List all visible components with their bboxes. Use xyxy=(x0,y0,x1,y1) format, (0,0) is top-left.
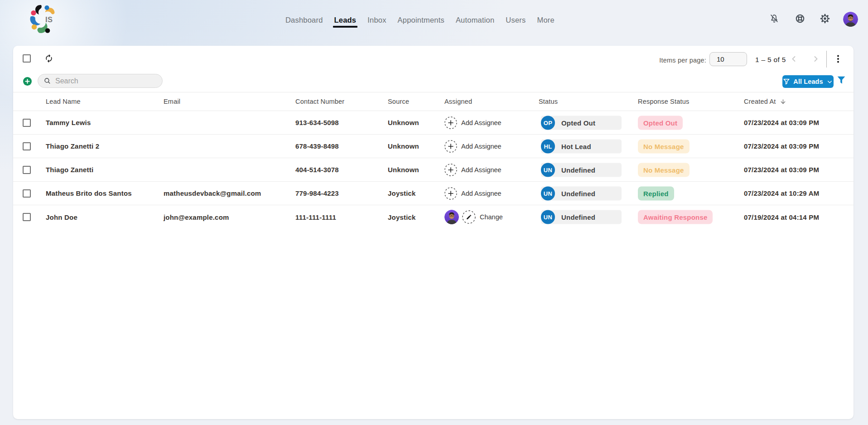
column-header-email[interactable]: Email xyxy=(164,92,180,111)
status-pill[interactable]: UN Undefined xyxy=(541,210,622,224)
created-at-label: Created At xyxy=(744,98,776,105)
funnel-outline-icon xyxy=(783,78,790,85)
nav-item-automation[interactable]: Automation xyxy=(456,16,494,24)
cell-assigned: Add Assignee xyxy=(444,111,502,134)
status-pill[interactable]: UN Undefined xyxy=(541,186,622,200)
status-initials-badge: UN xyxy=(541,186,555,200)
cell-source: Unknown xyxy=(388,135,419,158)
sort-descending-icon[interactable] xyxy=(780,98,786,105)
logo-graphic: IS xyxy=(29,5,56,34)
cell-contact-number: 678-439-8498 xyxy=(295,135,339,158)
edit-assignee-icon[interactable] xyxy=(462,210,476,224)
items-per-page-input[interactable] xyxy=(709,52,747,66)
table-row[interactable]: John Doe john@example.com 111-111-1111 J… xyxy=(13,205,854,229)
nav-item-users[interactable]: Users xyxy=(506,16,526,24)
search-box xyxy=(38,74,163,88)
cell-contact-number: 111-111-1111 xyxy=(295,205,336,229)
add-assignee-icon[interactable] xyxy=(444,164,457,176)
column-header-contact-number[interactable]: Contact Number xyxy=(295,92,344,111)
cell-source: Unknown xyxy=(388,111,419,134)
row-checkbox[interactable] xyxy=(23,142,31,150)
more-options-kebab-icon[interactable] xyxy=(833,53,844,64)
column-header-status[interactable]: Status xyxy=(539,92,558,111)
add-lead-button[interactable] xyxy=(23,77,32,86)
column-header-created-at[interactable]: Created At xyxy=(744,92,786,111)
cell-source: Unknown xyxy=(388,158,419,181)
status-initials-badge: UN xyxy=(541,210,555,224)
notifications-off-icon[interactable] xyxy=(769,13,780,24)
nav-item-inbox[interactable]: Inbox xyxy=(367,16,386,24)
cell-assigned: Add Assignee xyxy=(444,182,502,205)
add-assignee-link[interactable]: Add Assignee xyxy=(461,166,502,174)
status-initials-badge: UN xyxy=(541,163,555,177)
table-row[interactable]: Matheus Brito dos Santos matheusdevback@… xyxy=(13,182,854,205)
filter-funnel-icon[interactable] xyxy=(837,76,846,86)
row-checkbox[interactable] xyxy=(23,166,31,174)
status-pill[interactable]: UN Undefined xyxy=(541,163,622,177)
nav-item-leads[interactable]: Leads xyxy=(334,16,357,24)
cell-created-at: 07/19/2024 at 04:14 PM xyxy=(744,205,819,229)
response-status-badge: Awaiting Response xyxy=(638,210,713,224)
cell-contact-number: 913-634-5098 xyxy=(295,111,339,134)
status-label: Undefined xyxy=(561,189,595,197)
refresh-icon[interactable] xyxy=(44,54,53,63)
logo-dot-yellow xyxy=(32,24,37,29)
row-checkbox[interactable] xyxy=(23,189,31,198)
add-assignee-link[interactable]: Add Assignee xyxy=(461,119,502,126)
status-pill[interactable]: OP Opted Out xyxy=(541,116,622,130)
cell-assigned: Change xyxy=(444,205,503,229)
table-row[interactable]: Tammy Lewis 913-634-5098 Unknown Add Ass… xyxy=(13,111,854,135)
nav-item-dashboard[interactable]: Dashboard xyxy=(285,16,323,24)
search-icon xyxy=(43,77,51,85)
nav-item-appointments[interactable]: Appointments xyxy=(398,16,444,24)
chevron-down-icon xyxy=(826,78,833,85)
cell-lead-name: Thiago Zanetti 2 xyxy=(46,135,99,158)
settings-gear-icon[interactable] xyxy=(820,13,830,24)
status-label: Undefined xyxy=(561,213,595,221)
add-assignee-icon[interactable] xyxy=(444,140,457,153)
status-pill[interactable]: HL Hot Lead xyxy=(541,139,622,153)
column-header-source[interactable]: Source xyxy=(388,92,409,111)
status-label: Opted Out xyxy=(561,119,595,126)
cell-created-at: 07/23/2024 at 03:09 PM xyxy=(744,111,819,134)
column-header-lead-name[interactable]: Lead Name xyxy=(46,92,81,111)
column-header-assigned[interactable]: Assigned xyxy=(444,92,472,111)
all-leads-label: All Leads xyxy=(793,78,823,85)
column-header-response-status[interactable]: Response Status xyxy=(638,92,689,111)
cell-lead-name: John Doe xyxy=(46,205,77,229)
logo-monogram: IS xyxy=(45,15,53,24)
all-leads-filter-button[interactable]: All Leads xyxy=(782,75,834,88)
row-checkbox[interactable] xyxy=(23,119,31,127)
change-assignee-link[interactable]: Change xyxy=(480,213,503,221)
user-avatar[interactable] xyxy=(843,12,858,27)
cell-contact-number: 779-984-4223 xyxy=(295,182,339,205)
row-checkbox[interactable] xyxy=(23,213,31,221)
response-status-badge: No Message xyxy=(638,163,690,177)
next-page-icon[interactable] xyxy=(810,53,821,64)
add-assignee-icon[interactable] xyxy=(444,116,457,129)
previous-page-icon[interactable] xyxy=(788,53,799,64)
cell-created-at: 07/23/2024 at 10:29 AM xyxy=(744,182,819,205)
logo-dot-blue xyxy=(44,5,49,10)
table-row[interactable]: Thiago Zanetti 404-514-3078 Unknown Add … xyxy=(13,158,854,182)
cell-source: Joystick xyxy=(388,205,416,229)
response-status-badge: Replied xyxy=(638,186,674,200)
add-assignee-link[interactable]: Add Assignee xyxy=(461,190,502,197)
cell-email: matheusdevback@gmail.com xyxy=(164,182,261,205)
app-logo[interactable]: IS xyxy=(29,5,56,34)
select-all-checkbox[interactable] xyxy=(23,54,31,63)
top-bar: IS Dashboard Leads Inbox Appointments Au… xyxy=(0,0,868,45)
main-nav: Dashboard Leads Inbox Appointments Autom… xyxy=(285,0,555,40)
nav-item-more[interactable]: More xyxy=(537,16,554,24)
add-assignee-link[interactable]: Add Assignee xyxy=(461,143,502,150)
table-row[interactable]: Thiago Zanetti 2 678-439-8498 Unknown Ad… xyxy=(13,135,854,158)
add-assignee-icon[interactable] xyxy=(444,187,457,200)
support-lifebuoy-icon[interactable] xyxy=(795,13,805,24)
assignee-avatar[interactable] xyxy=(444,210,459,224)
cell-assigned: Add Assignee xyxy=(444,158,502,181)
cell-lead-name: Matheus Brito dos Santos xyxy=(46,182,132,205)
cell-email: john@example.com xyxy=(164,205,229,229)
cell-created-at: 07/23/2024 at 03:09 PM xyxy=(744,158,819,181)
search-input[interactable] xyxy=(55,77,155,85)
response-status-badge: Opted Out xyxy=(638,116,683,130)
